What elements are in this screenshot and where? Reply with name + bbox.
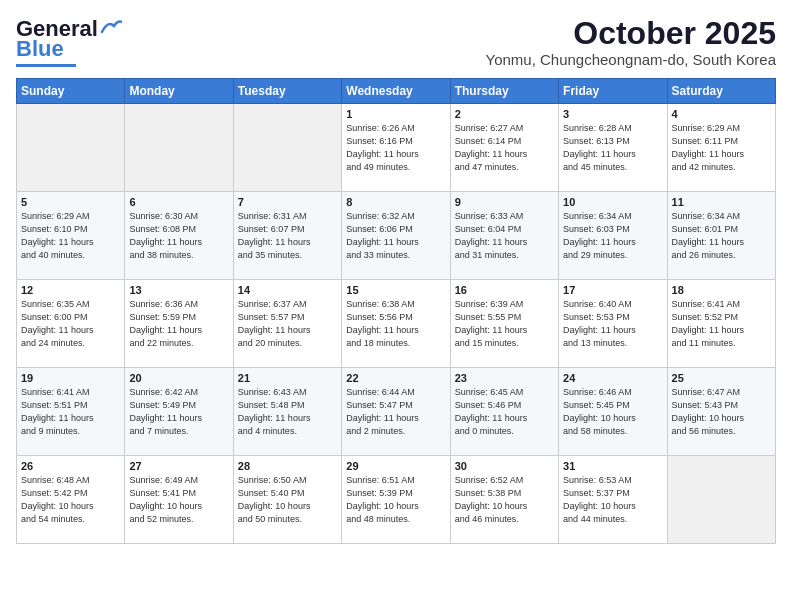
day-number: 27 — [129, 460, 228, 472]
day-number: 31 — [563, 460, 662, 472]
calendar-cell: 8Sunrise: 6:32 AM Sunset: 6:06 PM Daylig… — [342, 192, 450, 280]
calendar-cell: 15Sunrise: 6:38 AM Sunset: 5:56 PM Dayli… — [342, 280, 450, 368]
weekday-header-tuesday: Tuesday — [233, 79, 341, 104]
day-number: 10 — [563, 196, 662, 208]
cell-daylight-info: Sunrise: 6:42 AM Sunset: 5:49 PM Dayligh… — [129, 386, 228, 438]
cell-daylight-info: Sunrise: 6:33 AM Sunset: 6:04 PM Dayligh… — [455, 210, 554, 262]
calendar-cell — [667, 456, 775, 544]
cell-daylight-info: Sunrise: 6:50 AM Sunset: 5:40 PM Dayligh… — [238, 474, 337, 526]
cell-daylight-info: Sunrise: 6:32 AM Sunset: 6:06 PM Dayligh… — [346, 210, 445, 262]
calendar-cell: 9Sunrise: 6:33 AM Sunset: 6:04 PM Daylig… — [450, 192, 558, 280]
day-number: 7 — [238, 196, 337, 208]
calendar-cell: 18Sunrise: 6:41 AM Sunset: 5:52 PM Dayli… — [667, 280, 775, 368]
day-number: 8 — [346, 196, 445, 208]
cell-daylight-info: Sunrise: 6:47 AM Sunset: 5:43 PM Dayligh… — [672, 386, 771, 438]
cell-daylight-info: Sunrise: 6:39 AM Sunset: 5:55 PM Dayligh… — [455, 298, 554, 350]
cell-daylight-info: Sunrise: 6:35 AM Sunset: 6:00 PM Dayligh… — [21, 298, 120, 350]
day-number: 2 — [455, 108, 554, 120]
cell-daylight-info: Sunrise: 6:38 AM Sunset: 5:56 PM Dayligh… — [346, 298, 445, 350]
cell-daylight-info: Sunrise: 6:45 AM Sunset: 5:46 PM Dayligh… — [455, 386, 554, 438]
cell-daylight-info: Sunrise: 6:51 AM Sunset: 5:39 PM Dayligh… — [346, 474, 445, 526]
calendar-cell: 23Sunrise: 6:45 AM Sunset: 5:46 PM Dayli… — [450, 368, 558, 456]
calendar-cell: 20Sunrise: 6:42 AM Sunset: 5:49 PM Dayli… — [125, 368, 233, 456]
cell-daylight-info: Sunrise: 6:28 AM Sunset: 6:13 PM Dayligh… — [563, 122, 662, 174]
day-number: 13 — [129, 284, 228, 296]
day-number: 18 — [672, 284, 771, 296]
title-block: October 2025 Yonmu, Chungcheongnam-do, S… — [486, 16, 777, 68]
month-title: October 2025 — [486, 16, 777, 51]
day-number: 15 — [346, 284, 445, 296]
day-number: 21 — [238, 372, 337, 384]
day-number: 17 — [563, 284, 662, 296]
cell-daylight-info: Sunrise: 6:41 AM Sunset: 5:52 PM Dayligh… — [672, 298, 771, 350]
calendar-cell: 29Sunrise: 6:51 AM Sunset: 5:39 PM Dayli… — [342, 456, 450, 544]
calendar-cell — [233, 104, 341, 192]
cell-daylight-info: Sunrise: 6:52 AM Sunset: 5:38 PM Dayligh… — [455, 474, 554, 526]
cell-daylight-info: Sunrise: 6:27 AM Sunset: 6:14 PM Dayligh… — [455, 122, 554, 174]
day-number: 5 — [21, 196, 120, 208]
day-number: 6 — [129, 196, 228, 208]
calendar-cell: 11Sunrise: 6:34 AM Sunset: 6:01 PM Dayli… — [667, 192, 775, 280]
calendar-cell: 2Sunrise: 6:27 AM Sunset: 6:14 PM Daylig… — [450, 104, 558, 192]
calendar-cell: 31Sunrise: 6:53 AM Sunset: 5:37 PM Dayli… — [559, 456, 667, 544]
day-number: 22 — [346, 372, 445, 384]
calendar-cell: 16Sunrise: 6:39 AM Sunset: 5:55 PM Dayli… — [450, 280, 558, 368]
calendar-cell: 26Sunrise: 6:48 AM Sunset: 5:42 PM Dayli… — [17, 456, 125, 544]
cell-daylight-info: Sunrise: 6:29 AM Sunset: 6:10 PM Dayligh… — [21, 210, 120, 262]
day-number: 9 — [455, 196, 554, 208]
day-number: 19 — [21, 372, 120, 384]
calendar-cell: 14Sunrise: 6:37 AM Sunset: 5:57 PM Dayli… — [233, 280, 341, 368]
cell-daylight-info: Sunrise: 6:29 AM Sunset: 6:11 PM Dayligh… — [672, 122, 771, 174]
calendar-cell: 19Sunrise: 6:41 AM Sunset: 5:51 PM Dayli… — [17, 368, 125, 456]
cell-daylight-info: Sunrise: 6:49 AM Sunset: 5:41 PM Dayligh… — [129, 474, 228, 526]
day-number: 29 — [346, 460, 445, 472]
logo-bird-icon — [100, 18, 122, 36]
weekday-header-sunday: Sunday — [17, 79, 125, 104]
day-number: 25 — [672, 372, 771, 384]
day-number: 30 — [455, 460, 554, 472]
calendar-cell: 10Sunrise: 6:34 AM Sunset: 6:03 PM Dayli… — [559, 192, 667, 280]
day-number: 1 — [346, 108, 445, 120]
cell-daylight-info: Sunrise: 6:40 AM Sunset: 5:53 PM Dayligh… — [563, 298, 662, 350]
calendar-cell: 4Sunrise: 6:29 AM Sunset: 6:11 PM Daylig… — [667, 104, 775, 192]
cell-daylight-info: Sunrise: 6:34 AM Sunset: 6:01 PM Dayligh… — [672, 210, 771, 262]
calendar-cell: 13Sunrise: 6:36 AM Sunset: 5:59 PM Dayli… — [125, 280, 233, 368]
calendar-cell: 27Sunrise: 6:49 AM Sunset: 5:41 PM Dayli… — [125, 456, 233, 544]
day-number: 28 — [238, 460, 337, 472]
day-number: 14 — [238, 284, 337, 296]
cell-daylight-info: Sunrise: 6:46 AM Sunset: 5:45 PM Dayligh… — [563, 386, 662, 438]
cell-daylight-info: Sunrise: 6:26 AM Sunset: 6:16 PM Dayligh… — [346, 122, 445, 174]
calendar-cell: 17Sunrise: 6:40 AM Sunset: 5:53 PM Dayli… — [559, 280, 667, 368]
weekday-header-monday: Monday — [125, 79, 233, 104]
day-number: 16 — [455, 284, 554, 296]
cell-daylight-info: Sunrise: 6:48 AM Sunset: 5:42 PM Dayligh… — [21, 474, 120, 526]
calendar-cell: 12Sunrise: 6:35 AM Sunset: 6:00 PM Dayli… — [17, 280, 125, 368]
cell-daylight-info: Sunrise: 6:37 AM Sunset: 5:57 PM Dayligh… — [238, 298, 337, 350]
logo-underline — [16, 64, 76, 67]
day-number: 23 — [455, 372, 554, 384]
calendar-cell: 28Sunrise: 6:50 AM Sunset: 5:40 PM Dayli… — [233, 456, 341, 544]
day-number: 24 — [563, 372, 662, 384]
calendar-cell: 5Sunrise: 6:29 AM Sunset: 6:10 PM Daylig… — [17, 192, 125, 280]
page-header: General Blue October 2025 Yonmu, Chungch… — [16, 16, 776, 68]
calendar-cell — [17, 104, 125, 192]
day-number: 12 — [21, 284, 120, 296]
day-number: 4 — [672, 108, 771, 120]
calendar-cell: 3Sunrise: 6:28 AM Sunset: 6:13 PM Daylig… — [559, 104, 667, 192]
cell-daylight-info: Sunrise: 6:36 AM Sunset: 5:59 PM Dayligh… — [129, 298, 228, 350]
cell-daylight-info: Sunrise: 6:44 AM Sunset: 5:47 PM Dayligh… — [346, 386, 445, 438]
cell-daylight-info: Sunrise: 6:31 AM Sunset: 6:07 PM Dayligh… — [238, 210, 337, 262]
day-number: 26 — [21, 460, 120, 472]
day-number: 11 — [672, 196, 771, 208]
cell-daylight-info: Sunrise: 6:30 AM Sunset: 6:08 PM Dayligh… — [129, 210, 228, 262]
weekday-header-wednesday: Wednesday — [342, 79, 450, 104]
cell-daylight-info: Sunrise: 6:41 AM Sunset: 5:51 PM Dayligh… — [21, 386, 120, 438]
logo: General Blue — [16, 16, 122, 67]
weekday-header-friday: Friday — [559, 79, 667, 104]
calendar-cell: 6Sunrise: 6:30 AM Sunset: 6:08 PM Daylig… — [125, 192, 233, 280]
calendar-cell: 7Sunrise: 6:31 AM Sunset: 6:07 PM Daylig… — [233, 192, 341, 280]
calendar-cell: 22Sunrise: 6:44 AM Sunset: 5:47 PM Dayli… — [342, 368, 450, 456]
calendar-cell: 1Sunrise: 6:26 AM Sunset: 6:16 PM Daylig… — [342, 104, 450, 192]
location-title: Yonmu, Chungcheongnam-do, South Korea — [486, 51, 777, 68]
day-number: 20 — [129, 372, 228, 384]
